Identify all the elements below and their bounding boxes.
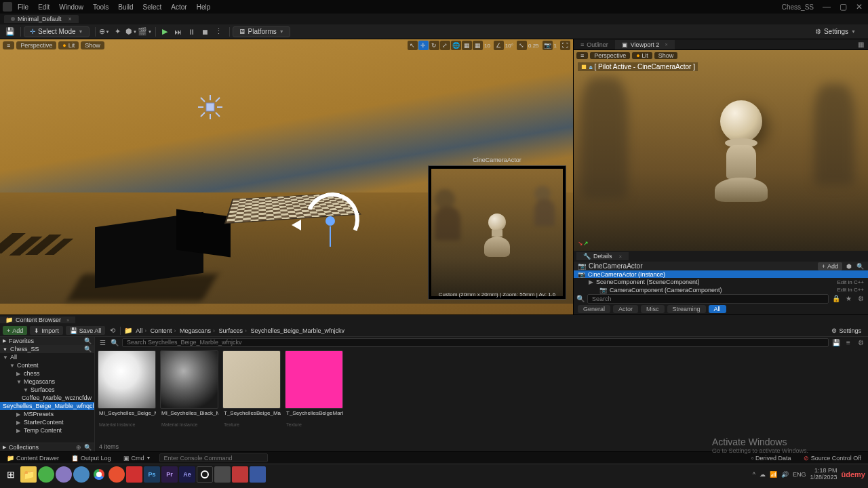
blueprint-icon[interactable]: ⬢ [845,262,853,270]
tree-megascans[interactable]: ▼Megascans [0,378,94,386]
taskbar-app-icon[interactable] [108,466,125,483]
level-tab[interactable]: Minimal_Default × [4,15,79,23]
crumb-current[interactable]: Seychelles_Beige_Marble_wfnjckv [251,327,345,334]
surface-snap-button[interactable]: ▦ [462,41,472,50]
source-control-button[interactable]: ⊘Source Control Off [800,455,865,462]
console-input[interactable] [159,453,268,462]
taskbar-app-icon[interactable] [214,466,231,483]
asset-tile[interactable]: MI_Seychelles_Black_Marble_wfnjckv_2K_in… [160,350,218,439]
tray-chevron-icon[interactable]: ^ [753,471,755,478]
asset-tile[interactable]: T_SeychellesBeige_Marble_wfnjckv_2K_D Te… [222,350,281,439]
component-camera[interactable]: 📷 CameraComponent (CameraComponent) Edit… [574,286,868,293]
tree-coffee[interactable]: Coffee_Marble_wczncfdw [0,394,94,402]
camera-speed-value[interactable]: 1 [554,43,557,49]
tree-surfaces[interactable]: ▼Surfaces [0,386,94,394]
pause-button[interactable]: ⏸ [186,26,198,37]
settings-dropdown[interactable]: ⚙ Settings ▼ [810,26,861,37]
save-button[interactable]: 💾 [4,26,16,37]
camera-speed-button[interactable]: 📷 [542,41,553,50]
edit-cpp-link[interactable]: Edit in C++ [837,287,864,293]
search-icon[interactable]: 🔍 [84,444,92,451]
search-icon[interactable]: 🔍 [84,346,92,352]
taskbar-ps-icon[interactable]: Ps [144,466,160,483]
component-root[interactable]: 📷 CineCameraActor (Instance) [574,270,868,278]
browse-to-icon[interactable]: 🔍 [856,262,864,270]
taskbar-app-icon[interactable] [250,466,266,483]
sort-icon[interactable]: ≡ [844,339,853,346]
taskbar-app-icon[interactable] [38,466,54,483]
tray-wifi-icon[interactable]: 📶 [770,471,777,478]
import-button[interactable]: ⬇Import [30,326,63,335]
close-icon[interactable]: × [619,253,623,260]
filter-lock-icon[interactable]: 🔒 [831,294,841,304]
filter-general[interactable]: General [578,305,610,313]
tray-cloud-icon[interactable]: ☁ [760,471,766,478]
close-icon[interactable]: × [665,41,668,47]
taskbar-clock[interactable]: 1:18 PM 1/28/2023 [810,468,837,481]
component-scene[interactable]: ▶ SceneComponent (SceneComponent) Edit i… [574,278,868,285]
taskbar-ue-icon[interactable] [197,466,213,483]
add-icon[interactable]: ⊕ [76,444,81,451]
history-back-button[interactable]: ⟲ [108,326,117,335]
folder-icon[interactable]: 📁 [123,326,133,335]
filter-all[interactable]: All [709,305,726,313]
window-close-button[interactable]: ✕ [853,2,865,12]
tray-lang[interactable]: ENG [793,471,806,478]
cmd-dropdown[interactable]: ▣Cmd▼ [119,455,155,462]
viewport-menu-button[interactable]: ≡ [3,41,14,49]
asset-tile[interactable]: MI_Seychelles_Beige_Marble_wfnjckv_2K Ma… [98,350,156,439]
select-tool-icon[interactable]: ↖ [408,41,418,50]
view-options-icon[interactable]: ⚙ [856,339,865,346]
window-minimize-button[interactable]: — [821,2,833,12]
taskbar-chrome-icon[interactable] [91,466,107,483]
tab-outliner[interactable]: ≡Outliner [574,40,615,49]
tree-chess[interactable]: ▶chess [0,369,94,378]
filter-actor[interactable]: Actor [613,305,638,313]
output-log-button[interactable]: 📋Output Log [67,455,115,462]
tray-volume-icon[interactable]: 🔊 [781,471,789,478]
pilot-active-badge[interactable]: ⏹ ⏏ [ Pilot Active - CineCameraActor ] [578,62,698,71]
menu-help[interactable]: Help [197,3,211,11]
coord-space-toggle[interactable]: 🌐 [451,41,461,50]
rotate-tool-icon[interactable]: ↻ [429,41,439,50]
taskbar-explorer-icon[interactable]: 📁 [20,466,37,483]
vp2-lit[interactable]: ● Lit [632,52,652,59]
derived-data-button[interactable]: ▫Derived Data [747,455,795,462]
vp2-menu-button[interactable]: ≡ [576,52,588,59]
grid-toggle-icon[interactable]: ▦ [854,41,868,48]
save-all-button[interactable]: 💾Save All [66,326,106,335]
menu-select[interactable]: Select [143,3,162,11]
tab-viewport2[interactable]: ▣Viewport 2× [615,40,675,49]
crumb-all[interactable]: All [136,327,142,334]
cinematics-dropdown[interactable]: 🎬▼ [139,26,151,37]
main-viewport[interactable]: ≡ Perspective ●Lit Show ↖ ✛ ↻ ⤢ 🌐 ▦ ▦ 10… [0,39,573,314]
tab-content-browser[interactable]: 📁Content Browser× [0,317,75,323]
filter-star-icon[interactable]: ★ [844,294,853,304]
taskbar-app-icon[interactable] [56,466,72,483]
perspective-dropdown[interactable]: Perspective [16,41,56,49]
menu-build[interactable]: Build [118,3,133,11]
rotation-gizmo[interactable] [292,192,373,253]
menu-actor[interactable]: Actor [171,3,186,11]
tree-all[interactable]: ▼All [0,353,94,361]
maximize-viewport-button[interactable]: ⛶ [560,41,570,50]
angle-snap-toggle[interactable]: ∠ [494,41,504,50]
lit-dropdown[interactable]: ●Lit [58,41,79,49]
add-asset-button[interactable]: +Add [3,326,27,335]
tree-temp[interactable]: ▶Temp Content [0,426,94,434]
select-mode-dropdown[interactable]: ✛ Select Mode ▼ [24,26,90,37]
vp2-perspective[interactable]: Perspective [590,52,630,59]
play-button[interactable]: ▶ [159,26,171,37]
taskbar-app-icon[interactable] [73,466,90,483]
grid-snap-value[interactable]: 10 [484,43,490,49]
camera-actor-mesh[interactable] [75,199,237,281]
close-icon[interactable]: × [68,16,72,22]
blueprint-dropdown[interactable]: ⬢▼ [125,26,138,37]
project-root[interactable]: Chess_SS [10,346,39,352]
filter-icon[interactable]: ☰ [98,339,107,346]
collections-header[interactable]: Collections [9,444,39,451]
details-search-input[interactable] [587,294,829,304]
add-component-button[interactable]: +Add [818,262,842,270]
crumb-megascans[interactable]: Megascans [180,327,211,334]
content-drawer-button[interactable]: 📁Content Drawer [3,455,63,462]
